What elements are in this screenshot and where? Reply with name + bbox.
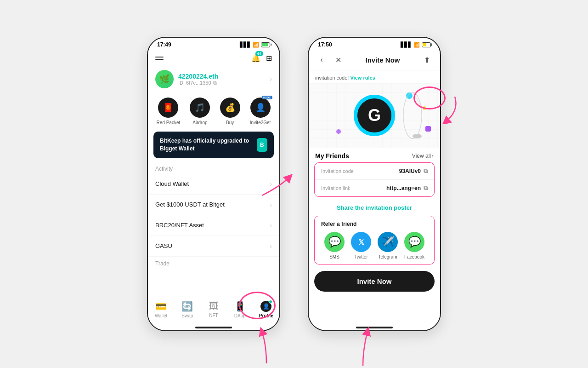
svg-line-2 xyxy=(413,92,422,106)
back-button[interactable]: ‹ xyxy=(315,53,328,66)
airdrop-label: Airdrop xyxy=(192,120,207,125)
gasu-chevron: › xyxy=(270,242,272,250)
invite2get-action[interactable]: 👤 USDC Invite2Get xyxy=(250,98,271,125)
tab-dapp[interactable]: 📱 DApp xyxy=(227,301,253,318)
tab-nft[interactable]: 🖼 NFT xyxy=(200,301,226,318)
swap-label: Swap xyxy=(181,313,193,318)
menu-icon[interactable] xyxy=(155,52,166,63)
grid-icon[interactable]: ⊞ xyxy=(266,54,272,63)
invite-link-row: Invitation link http...ang=en ⧉ xyxy=(315,180,434,196)
battery-1 xyxy=(261,42,270,47)
invite-link-value: http...ang=en ⧉ xyxy=(386,184,428,192)
status-icons-2: ▋▋▋ 📶 xyxy=(401,42,431,48)
avatar: 🌿 xyxy=(155,70,174,88)
sms-icon: 💬 xyxy=(324,232,345,252)
profile-info: 42200224.eth ID: 6f7c...1350 ⧉ xyxy=(178,73,265,86)
telegram-refer[interactable]: ✈️ Telegram xyxy=(378,232,398,259)
nft-label: NFT xyxy=(209,313,218,318)
share-poster-btn[interactable]: Share the invitation poster xyxy=(309,201,440,216)
nav-bar-1: 🔔 64 ⊞ xyxy=(148,50,279,66)
bottom-nav: 💳 Wallet 🔄 Swap 🖼 NFT 📱 DApp 👤 Profi xyxy=(148,297,279,324)
signal-icon-2: ▋▋▋ xyxy=(401,42,412,48)
friends-header: My Friends View all › xyxy=(309,148,440,162)
invite2get-icon: 👤 USDC xyxy=(250,98,271,118)
home-indicator-1 xyxy=(148,324,279,330)
profile-chevron: › xyxy=(270,75,272,83)
phone1: 17:49 ▋▋▋ 📶 🔔 64 ⊞ xyxy=(147,37,280,331)
wifi-icon-2: 📶 xyxy=(413,42,420,48)
cloud-wallet-chevron: › xyxy=(270,180,272,188)
promo-banner: invitation code! View rules xyxy=(309,70,440,83)
invite-code-row: Invitation code 93AIUv0 ⧉ xyxy=(315,163,434,180)
airdrop-icon: 🎵 xyxy=(190,98,210,118)
tab-swap[interactable]: 🔄 Swap xyxy=(174,301,200,318)
arrow-invite-btn xyxy=(345,327,381,368)
refer-title: Refer a friend xyxy=(321,221,428,227)
copy-link-icon[interactable]: ⧉ xyxy=(424,184,428,192)
copy-code-icon[interactable]: ⧉ xyxy=(424,167,428,175)
airdrop-action[interactable]: 🎵 Airdrop xyxy=(190,98,210,125)
red-packet-action[interactable]: 🧧 Red Packet xyxy=(157,98,181,125)
invite-box: Invitation code 93AIUv0 ⧉ Invitation lin… xyxy=(314,162,435,197)
svg-point-1 xyxy=(403,92,422,138)
sms-refer[interactable]: 💬 SMS xyxy=(324,232,345,259)
profile-name: 42200224.eth xyxy=(178,73,265,80)
brc20-text: BRC20/NFT Asset xyxy=(155,222,204,229)
arrow-up-1 xyxy=(253,327,280,368)
bell-badge: 64 xyxy=(255,51,263,56)
upgrade-banner[interactable]: BitKeep has officially upgraded to Bigge… xyxy=(153,132,274,158)
copy-icon: ⧉ xyxy=(213,80,217,86)
invite-now-button[interactable]: Invite Now xyxy=(314,271,435,292)
cloud-wallet-item[interactable]: Cloud Wallet › xyxy=(148,174,279,195)
telegram-icon: ✈️ xyxy=(378,232,398,252)
view-all-link[interactable]: View all › xyxy=(412,153,434,159)
brc20-item[interactable]: BRC20/NFT Asset › xyxy=(148,215,279,236)
profile-row[interactable]: 🌿 42200224.eth ID: 6f7c...1350 ⧉ › xyxy=(148,66,279,92)
tab-wallet[interactable]: 💳 Wallet xyxy=(148,301,174,318)
time-2: 17:50 xyxy=(318,41,332,48)
usdt-text: Get $1000 USDT at Bitget xyxy=(155,201,225,208)
activity-label: Activity xyxy=(148,161,279,174)
wifi-icon: 📶 xyxy=(253,42,259,48)
facebook-label: Facebook xyxy=(404,254,424,259)
banner-text: BitKeep has officially upgraded to Bigge… xyxy=(160,137,257,153)
gasu-item[interactable]: GASU › xyxy=(148,236,279,257)
usdt-chevron: › xyxy=(270,201,272,208)
usdc-badge: USDC xyxy=(262,96,272,99)
hand-illustration xyxy=(399,88,426,143)
wallet-label: Wallet xyxy=(155,313,167,318)
share-button[interactable]: ⬆ xyxy=(421,53,434,66)
invite-code-value: 93AIUv0 ⧉ xyxy=(399,167,428,175)
facebook-refer[interactable]: 💬 Facebook xyxy=(404,232,424,259)
tab-profile[interactable]: 👤 Profile xyxy=(253,301,279,318)
swap-icon: 🔄 xyxy=(181,301,193,312)
view-rules-link[interactable]: View rules xyxy=(350,75,375,80)
buy-action[interactable]: 💰 Buy xyxy=(220,98,240,125)
phone1-content: 🌿 42200224.eth ID: 6f7c...1350 ⧉ › 🧧 Red… xyxy=(148,66,279,297)
invite2get-label: Invite2Get xyxy=(250,120,271,125)
buy-label: Buy xyxy=(226,120,234,125)
status-bar-2: 17:50 ▋▋▋ 📶 xyxy=(309,38,440,50)
phone2: 17:50 ▋▋▋ 📶 ‹ ✕ Invite Now ⬆ invi xyxy=(308,37,441,331)
phone2-content: invitation code! View rules G xyxy=(309,70,440,324)
invite-nav: ‹ ✕ Invite Now ⬆ xyxy=(309,50,440,70)
battery-fill-2 xyxy=(423,43,426,46)
usdt-item[interactable]: Get $1000 USDT at Bitget › xyxy=(148,195,279,215)
invite-nav-title: Invite Now xyxy=(365,56,400,64)
refer-icons: 💬 SMS 𝕏 Twitter ✈️ Telegram 💬 Facebook xyxy=(321,232,428,259)
close-button[interactable]: ✕ xyxy=(332,53,345,66)
profile-id: ID: 6f7c...1350 ⧉ xyxy=(178,80,265,86)
refer-box: Refer a friend 💬 SMS 𝕏 Twitter ✈️ Telegr… xyxy=(314,216,435,264)
nav-right: 🔔 64 ⊞ xyxy=(251,54,272,63)
profile-label: Profile xyxy=(259,313,273,318)
battery-2 xyxy=(422,42,431,47)
twitter-refer[interactable]: 𝕏 Twitter xyxy=(351,232,371,259)
dapp-label: DApp xyxy=(234,313,246,318)
bell-wrapper[interactable]: 🔔 64 xyxy=(251,54,260,63)
gasu-text: GASU xyxy=(155,242,172,249)
facebook-icon: 💬 xyxy=(404,232,424,252)
time-1: 17:49 xyxy=(157,41,171,48)
red-packet-label: Red Packet xyxy=(157,120,181,125)
nft-icon: 🖼 xyxy=(209,301,218,311)
telegram-label: Telegram xyxy=(378,254,397,259)
